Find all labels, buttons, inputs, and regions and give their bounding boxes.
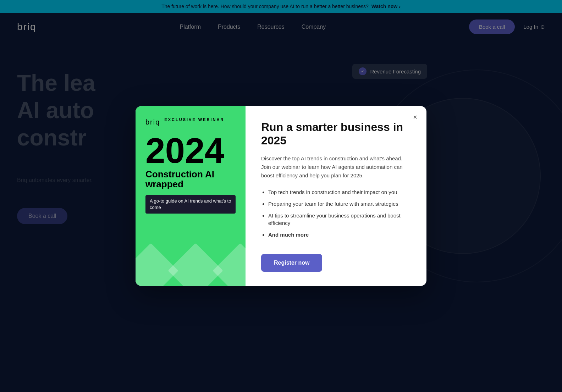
register-now-button[interactable]: Register now <box>261 254 322 272</box>
modal-left-panel: briq EXCLUSIVE WEBINAR 2024 Construction… <box>136 106 246 286</box>
modal: × briq EXCLUSIVE WEBINAR 2024 Constructi… <box>136 106 426 286</box>
modal-bullet-list: Top tech trends in construction and thei… <box>261 188 411 243</box>
modal-subtitle-tag: A go-to guide on AI trends and what's to… <box>145 195 236 214</box>
modal-year: 2024 <box>145 134 236 166</box>
diamond-3 <box>213 243 246 286</box>
modal-overlay: × briq EXCLUSIVE WEBINAR 2024 Constructi… <box>0 0 562 392</box>
diamond-2 <box>168 243 223 286</box>
bullet-item-3: AI tips to streamline your business oper… <box>268 212 411 227</box>
modal-close-button[interactable]: × <box>409 112 421 123</box>
modal-description: Discover the top AI trends in constructi… <box>261 154 411 180</box>
diamond-decorations <box>136 248 246 286</box>
modal-exclusive-label: EXCLUSIVE WEBINAR <box>164 117 224 122</box>
bullet-item-4-text: And much more <box>268 232 309 238</box>
modal-heading: Run a smarter business in 2025 <box>261 120 411 148</box>
modal-right-panel: Run a smarter business in 2025 Discover … <box>246 106 426 286</box>
modal-briq-logo: briq <box>145 118 160 126</box>
bullet-item-4: And much more <box>268 231 411 238</box>
modal-construction-title: Construction AI wrapped <box>145 169 236 189</box>
bullet-item-2: Preparing your team for the future with … <box>268 200 411 208</box>
diamond-1 <box>136 243 178 286</box>
bullet-item-1: Top tech trends in construction and thei… <box>268 188 411 196</box>
